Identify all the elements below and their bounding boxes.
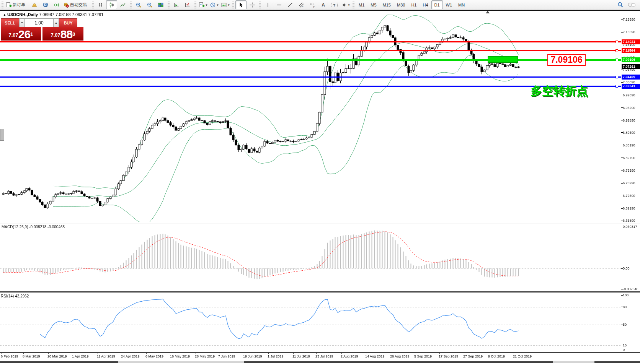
level-line[interactable] <box>0 41 621 42</box>
dropdown-caret-icon[interactable]: ▾ <box>228 3 230 7</box>
new-order-button[interactable]: 新订单 <box>5 0 29 9</box>
macd-label: MACD(12,26,9) -0.008218 -0.000465 <box>2 225 65 229</box>
panel-separator[interactable] <box>0 224 640 224</box>
date-axis-label: 2 Aug 2019 <box>341 354 358 358</box>
bottom-edge-gap <box>118 361 244 363</box>
left-edge-scroll-thumb[interactable] <box>0 129 4 141</box>
horizontal-line-button[interactable] <box>273 0 284 9</box>
level-line-anchor[interactable] <box>616 85 618 88</box>
search-button[interactable] <box>615 0 626 9</box>
equidistant-channel-button[interactable]: E <box>296 0 307 9</box>
auto-scroll-button[interactable] <box>171 0 182 9</box>
macd-main-value: -0.008218 <box>29 225 46 229</box>
toolbar-grip <box>2 2 3 8</box>
date-axis-label: 23 Jul 2019 <box>315 354 333 358</box>
panel-separator[interactable] <box>0 291 640 292</box>
level-line-anchor[interactable] <box>616 58 618 61</box>
date-axis-label: 20 Mar 2019 <box>47 354 67 358</box>
rsi-value: 43.2962 <box>15 294 29 298</box>
level-line-anchor[interactable] <box>616 49 618 52</box>
buy-button[interactable]: BUY <box>59 18 77 27</box>
market-watch-button[interactable] <box>40 0 51 9</box>
timeframe-button-m30[interactable]: M30 <box>394 0 408 9</box>
level-line[interactable] <box>0 59 621 61</box>
dropdown-caret-icon[interactable]: ▾ <box>217 3 219 7</box>
chart-shift-button[interactable] <box>182 0 193 9</box>
cursor-button[interactable] <box>235 0 247 9</box>
fibonacci-icon: F <box>309 2 315 8</box>
arrows-tool-button[interactable]: ▾ <box>340 0 351 9</box>
price-axis-tick-label: 6.99690 <box>623 93 635 97</box>
date-axis-label: 1 Apr 2019 <box>72 354 89 358</box>
volume-input[interactable] <box>25 18 53 27</box>
timeframe-group: M1M5M15M30H1H4D1W1MN <box>356 0 468 9</box>
chart-shift-marker <box>486 11 490 13</box>
text-label-button[interactable]: T <box>329 0 340 9</box>
vertical-line-button[interactable] <box>262 0 273 9</box>
line-chart-button[interactable] <box>117 0 128 9</box>
timeframe-button-h4[interactable]: H4 <box>420 0 431 9</box>
toolbar-grip <box>259 2 261 8</box>
panel-separator[interactable] <box>0 292 640 292</box>
fibonacci-button[interactable]: F <box>307 0 318 9</box>
sell-button[interactable]: SELL <box>1 18 19 27</box>
gold-ingot-button[interactable] <box>29 0 40 9</box>
zoom-in-button[interactable] <box>133 0 144 9</box>
monitor-user-icon <box>42 2 49 8</box>
date-axis-tick-mark <box>219 353 219 354</box>
indicators-button[interactable]: ▾ <box>198 0 209 9</box>
level-line[interactable] <box>0 50 621 51</box>
price-axis-tick-label: 6.79390 <box>623 169 635 172</box>
chat-bubbles-icon <box>627 2 636 8</box>
price-axis-tick-label: 6.96290 <box>623 106 635 110</box>
dropdown-caret-icon[interactable]: ▾ <box>206 3 207 7</box>
top-toolbar: 新订单 自动交易 <box>0 0 640 10</box>
timeframe-button-w1[interactable]: W1 <box>443 0 456 9</box>
price-chart-canvas[interactable] <box>0 0 640 364</box>
trendline-icon <box>287 2 293 8</box>
level-line-anchor[interactable] <box>616 41 618 43</box>
volume-decrease-button[interactable]: ▼ <box>19 18 25 27</box>
timeframe-button-m5[interactable]: M5 <box>367 0 379 9</box>
collapse-arrow-icon[interactable]: ▲ <box>3 13 6 16</box>
price-axis-tick-label: 6.69190 <box>623 206 635 210</box>
tile-windows-button[interactable] <box>155 0 166 9</box>
level-callout-box[interactable]: 7.09106 <box>547 54 586 66</box>
text-label-icon: T <box>331 2 338 8</box>
bar-chart-button[interactable] <box>95 0 106 9</box>
auto-trading-button[interactable]: 自动交易 <box>62 0 90 9</box>
timeframe-button-m1[interactable]: M1 <box>356 0 367 9</box>
signal-button[interactable] <box>51 0 62 9</box>
buy-price-display[interactable]: 7.07 88 0 <box>42 27 83 41</box>
text-tool-button[interactable]: A <box>318 0 329 9</box>
highlight-zone-rect[interactable] <box>488 56 518 63</box>
level-line[interactable] <box>0 86 621 87</box>
turning-point-annotation[interactable]: 多空转折点 <box>531 83 588 99</box>
date-axis-label: 27 Sep 2019 <box>463 354 483 358</box>
timeframe-button-m15[interactable]: M15 <box>380 0 394 9</box>
volume-increase-button[interactable]: ▲ <box>53 18 59 27</box>
chat-button[interactable] <box>626 0 637 9</box>
timeframe-button-h1[interactable]: H1 <box>408 0 420 9</box>
level-price-tag: 7.14021 <box>622 39 640 44</box>
panel-separator[interactable] <box>0 223 640 223</box>
rsi-axis-tick-label: 80 <box>623 305 627 309</box>
level-line[interactable] <box>0 76 621 78</box>
timeframe-button-d1[interactable]: D1 <box>431 0 443 9</box>
date-axis-label: 19 Jun 2019 <box>243 354 262 358</box>
crosshair-button[interactable] <box>247 0 258 9</box>
rsi-axis-tick-label: 50 <box>623 323 627 327</box>
level-price-tag: 7.09106 <box>622 57 640 62</box>
rsi-axis-tick-label: 0 <box>623 348 625 352</box>
templates-button[interactable]: ▾ <box>220 0 231 9</box>
candlestick-chart-button[interactable] <box>106 0 117 9</box>
arrows-tool-icon <box>341 2 347 8</box>
level-line-anchor[interactable] <box>616 76 618 78</box>
zoom-out-button[interactable] <box>144 0 155 9</box>
buy-price-sup: 0 <box>72 27 75 42</box>
timeframe-button-mn[interactable]: MN <box>455 0 468 9</box>
periods-button[interactable]: ▾ <box>209 0 220 9</box>
dropdown-caret-icon[interactable]: ▾ <box>348 3 350 7</box>
sell-price-display[interactable]: 7.07 26 1 <box>1 27 41 41</box>
trendline-button[interactable] <box>284 0 296 9</box>
